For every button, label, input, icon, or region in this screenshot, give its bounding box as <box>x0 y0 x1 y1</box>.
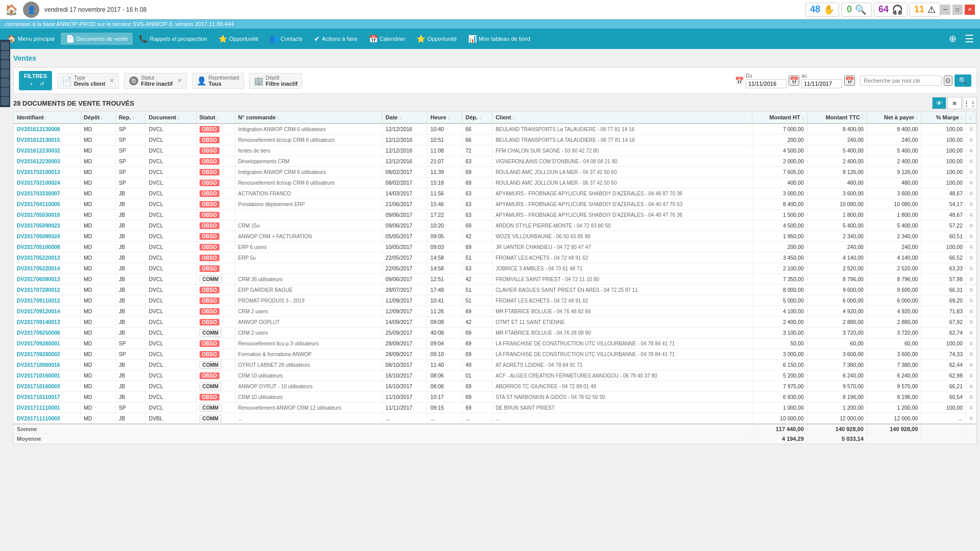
cell-row-menu[interactable]: ≡ <box>966 349 976 360</box>
side-icon-7[interactable] <box>1 97 9 105</box>
cell-doc: DVCL <box>145 370 196 381</box>
cell-row-menu[interactable]: ≡ <box>966 263 976 274</box>
side-icon-6[interactable] <box>1 88 9 96</box>
cell-marge: 100,00 <box>921 167 966 178</box>
nav-item-opportunite2[interactable]: ⭐ Opportunité <box>411 33 461 45</box>
nav-item-rappels[interactable]: 📞 Rappels et prospection <box>134 33 212 45</box>
nav-item-opportunite1[interactable]: ⭐ Opportunité <box>213 33 263 45</box>
search-input[interactable] <box>860 76 942 86</box>
date-du-section: Du <box>746 73 787 88</box>
cell-net: 8 400,00 <box>867 123 921 135</box>
maximize-button[interactable]: □ <box>952 5 963 15</box>
cell-row-menu[interactable]: ≡ <box>966 123 976 135</box>
nav-item-main[interactable]: 🏠 Menu principal <box>2 33 60 45</box>
cell-row-menu[interactable]: ≡ <box>966 135 976 145</box>
col-marge[interactable]: % Marge <box>921 112 966 123</box>
col-identifiant[interactable]: Identifiant <box>14 112 80 123</box>
cell-row-menu[interactable]: ≡ <box>966 274 976 285</box>
cell-row-menu[interactable]: ≡ <box>966 145 976 156</box>
cell-ttc: 10 080,00 <box>807 199 867 210</box>
home-icon[interactable]: 🏠 <box>5 4 18 16</box>
search-settings-button[interactable]: ⚙ <box>944 76 952 86</box>
date-du-calendar-button[interactable]: 📅 <box>789 76 799 86</box>
filter-type-clear[interactable]: ✕ <box>109 77 114 84</box>
cell-row-menu[interactable]: ≡ <box>966 242 976 253</box>
date-au-calendar-button[interactable]: 📅 <box>844 76 855 86</box>
date-au-input[interactable] <box>801 79 842 88</box>
cell-rep: SP <box>115 178 145 188</box>
minimize-button[interactable]: ─ <box>940 5 950 15</box>
nav-item-ventes[interactable]: 📄 Documents de vente <box>61 33 133 45</box>
nav-item-calendrier[interactable]: 📅 Calendrier <box>364 33 411 45</box>
col-commande[interactable]: N° commande <box>235 112 382 123</box>
cell-date: 22/05/2017 <box>382 253 427 263</box>
cell-row-menu[interactable]: ≡ <box>966 178 976 188</box>
filter-add-button[interactable]: + <box>27 79 36 88</box>
cell-row-menu[interactable]: ≡ <box>966 156 976 167</box>
badge-11[interactable]: 11 ⚠ <box>910 3 940 17</box>
nav-item-contacts[interactable]: 👥 Contacts <box>264 33 307 45</box>
filter-reset-button[interactable]: ↺ <box>37 79 46 88</box>
cell-client: DE BRUN SAINT PRIEST <box>492 403 752 413</box>
col-client[interactable]: Client <box>492 112 752 123</box>
view-columns-button[interactable]: ⋮⋮ <box>963 97 977 109</box>
col-ttc[interactable]: Montant TTC <box>807 112 867 123</box>
cell-row-menu[interactable]: ≡ <box>966 210 976 220</box>
col-statut[interactable]: Statut <box>196 112 235 123</box>
side-icon-3[interactable] <box>1 60 9 68</box>
side-icon-1[interactable] <box>1 42 9 50</box>
cell-row-menu[interactable]: ≡ <box>966 381 976 392</box>
cell-row-menu[interactable]: ≡ <box>966 392 976 403</box>
cell-row-menu[interactable]: ≡ <box>966 370 976 381</box>
cell-date: 09/06/2017 <box>382 274 427 285</box>
cell-row-menu[interactable]: ≡ <box>966 338 976 349</box>
cell-row-menu[interactable]: ≡ <box>966 231 976 242</box>
cell-row-menu[interactable]: ≡ <box>966 403 976 413</box>
view-list-button[interactable]: ≡ <box>947 97 962 109</box>
cell-heure: 09:15 <box>427 403 462 413</box>
nav-item-actions[interactable]: ✔ Actions à faire <box>309 33 363 45</box>
cell-row-menu[interactable]: ≡ <box>966 199 976 210</box>
badge-64[interactable]: 64 🎧 <box>874 3 908 17</box>
cell-row-menu[interactable]: ≡ <box>966 253 976 263</box>
cell-row-menu[interactable]: ≡ <box>966 295 976 306</box>
date-du-input[interactable] <box>746 79 787 88</box>
cell-row-menu[interactable]: ≡ <box>966 360 976 370</box>
col-heure[interactable]: Heure <box>427 112 462 123</box>
col-date[interactable]: Date <box>382 112 427 123</box>
cell-net: 7 380,00 <box>867 360 921 370</box>
cell-row-menu[interactable]: ≡ <box>966 220 976 231</box>
col-ht[interactable]: Montant HT <box>752 112 807 123</box>
cell-marge: 100,00 <box>921 403 966 413</box>
col-rep[interactable]: Rep. <box>115 112 145 123</box>
badge-0[interactable]: 0 🔍 <box>841 3 872 17</box>
cell-net: 240,00 <box>867 135 921 145</box>
cell-row-menu[interactable]: ≡ <box>966 188 976 199</box>
side-icon-4[interactable] <box>1 69 9 78</box>
cell-row-menu[interactable]: ≡ <box>966 328 976 338</box>
col-net[interactable]: Net à payer <box>867 112 921 123</box>
close-button[interactable]: ✕ <box>965 5 975 15</box>
col-dep[interactable]: Dép. <box>462 112 493 123</box>
col-document[interactable]: Document <box>145 112 196 123</box>
cell-heure: 21:07 <box>427 156 462 167</box>
filter-statut-clear[interactable]: ✕ <box>177 77 182 84</box>
col-depot[interactable]: Dépôt <box>80 112 115 123</box>
cell-ht: 8 400,00 <box>752 199 807 210</box>
nav-hamburger-icon[interactable]: ☰ <box>961 33 978 45</box>
badge-48[interactable]: 48 ✋ <box>805 3 839 17</box>
side-icon-2[interactable] <box>1 51 9 59</box>
cell-row-menu[interactable]: ≡ <box>966 306 976 317</box>
nav-item-tableau[interactable]: 📊 Mon tableau de bord <box>463 33 535 45</box>
cell-row-menu[interactable]: ≡ <box>966 167 976 178</box>
side-icon-5[interactable] <box>1 79 9 87</box>
view-grid-button[interactable]: 👁 <box>932 97 946 109</box>
cell-ht: 50,00 <box>752 338 807 349</box>
cell-doc: DVCL <box>145 349 196 360</box>
cell-row-menu[interactable]: ≡ <box>966 285 976 295</box>
cell-row-menu[interactable]: ≡ <box>966 413 976 424</box>
cell-date: 28/07/2017 <box>382 285 427 295</box>
cell-row-menu[interactable]: ≡ <box>966 317 976 328</box>
nav-plus-button[interactable]: ⊕ <box>945 33 961 44</box>
search-go-button[interactable]: 🔍 <box>954 74 971 87</box>
